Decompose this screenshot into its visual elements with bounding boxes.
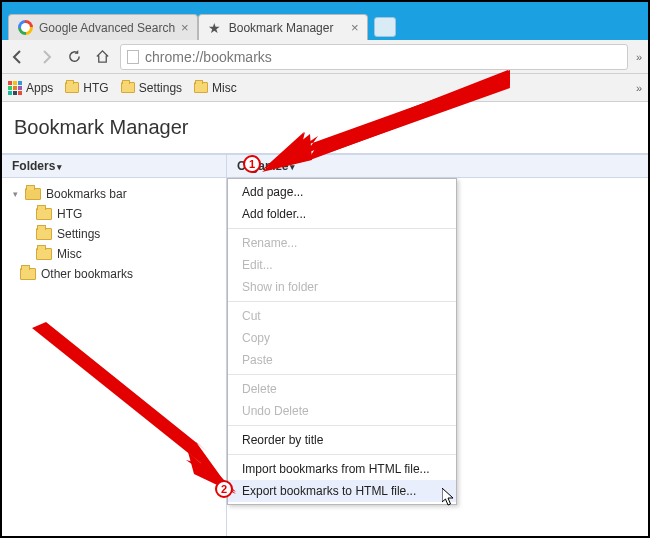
menu-separator: [228, 374, 456, 375]
google-favicon-icon: [17, 20, 33, 36]
apps-grid-icon: [8, 81, 22, 95]
tab-title: Bookmark Manager: [229, 21, 345, 35]
menu-item-reorder-by-title[interactable]: Reorder by title: [228, 429, 456, 451]
folder-icon: [36, 228, 52, 240]
star-icon: ★: [207, 20, 223, 36]
menu-item-delete: Delete: [228, 378, 456, 400]
home-icon: [95, 49, 110, 64]
folder-icon: [65, 82, 79, 93]
disclosure-triangle-icon[interactable]: ▾: [10, 189, 20, 199]
forward-button[interactable]: [36, 47, 56, 67]
folder-open-icon: [25, 188, 41, 200]
forward-arrow-icon: [38, 49, 54, 65]
overflow-chevron-icon[interactable]: »: [636, 51, 642, 63]
tree-item-bookmarks-bar[interactable]: ▾ Bookmarks bar: [6, 184, 222, 204]
menu-item-paste: Paste: [228, 349, 456, 371]
bookmark-folder-settings[interactable]: Settings: [121, 81, 182, 95]
menu-item-undo-delete: Undo Delete: [228, 400, 456, 422]
tree-label: Bookmarks bar: [46, 187, 127, 201]
annotation-marker-2: 2: [215, 480, 233, 498]
menu-item-edit: Edit...: [228, 254, 456, 276]
bookmark-folder-misc[interactable]: Misc: [194, 81, 237, 95]
folder-icon: [121, 82, 135, 93]
folder-icon: [36, 248, 52, 260]
menu-item-add-folder[interactable]: Add folder...: [228, 203, 456, 225]
reload-button[interactable]: [64, 47, 84, 67]
mouse-cursor-icon: [442, 488, 456, 508]
new-tab-button[interactable]: [374, 17, 396, 37]
page-icon: [127, 50, 139, 64]
tree-item-other-bookmarks[interactable]: Other bookmarks: [6, 264, 222, 284]
tree-label: Misc: [57, 247, 82, 261]
back-button[interactable]: [8, 47, 28, 67]
annotation-marker-1: 1: [243, 155, 261, 173]
bookmark-label: HTG: [83, 81, 108, 95]
tab-google-advanced-search[interactable]: Google Advanced Search ×: [8, 14, 198, 40]
tree-item-htg[interactable]: HTG: [6, 204, 222, 224]
tab-title: Google Advanced Search: [39, 21, 175, 35]
bookmark-label: Misc: [212, 81, 237, 95]
tree-label: HTG: [57, 207, 82, 221]
menu-separator: [228, 228, 456, 229]
back-arrow-icon: [10, 49, 26, 65]
menu-separator: [228, 301, 456, 302]
close-icon[interactable]: ×: [181, 20, 189, 35]
menu-item-import-bookmarks[interactable]: Import bookmarks from HTML file...: [228, 458, 456, 480]
folders-column-header[interactable]: Folders▾: [2, 155, 227, 177]
menu-separator: [228, 454, 456, 455]
folders-label: Folders: [12, 159, 55, 173]
reload-icon: [67, 49, 82, 64]
home-button[interactable]: [92, 47, 112, 67]
annotation-arrow-1-shape: [262, 66, 512, 176]
menu-item-cut: Cut: [228, 305, 456, 327]
tree-label: Other bookmarks: [41, 267, 133, 281]
menu-item-add-page[interactable]: Add page...: [228, 181, 456, 203]
organize-dropdown-menu: Add page... Add folder... Rename... Edit…: [227, 178, 457, 505]
bookmark-label: Settings: [139, 81, 182, 95]
menu-item-export-bookmarks[interactable]: Export bookmarks to HTML file...: [228, 480, 456, 502]
apps-shortcut[interactable]: Apps: [8, 81, 53, 95]
folder-icon: [36, 208, 52, 220]
close-icon[interactable]: ×: [351, 20, 359, 35]
tab-strip: Google Advanced Search × ★ Bookmark Mana…: [2, 12, 648, 40]
menu-item-show-in-folder: Show in folder: [228, 276, 456, 298]
menu-item-rename: Rename...: [228, 232, 456, 254]
bookmark-folder-htg[interactable]: HTG: [65, 81, 108, 95]
bookmarks-list-area: Add page... Add folder... Rename... Edit…: [227, 178, 648, 538]
svg-marker-2: [262, 70, 510, 170]
bookmarks-overflow-chevron-icon[interactable]: »: [636, 82, 642, 94]
tree-label: Settings: [57, 227, 100, 241]
apps-label: Apps: [26, 81, 53, 95]
window-titlebar: [2, 2, 648, 12]
menu-item-copy: Copy: [228, 327, 456, 349]
url-text: chrome://bookmarks: [145, 49, 272, 65]
tree-item-misc[interactable]: Misc: [6, 244, 222, 264]
caret-down-icon: ▾: [57, 162, 62, 172]
tab-bookmark-manager[interactable]: ★ Bookmark Manager ×: [198, 14, 368, 40]
folder-icon: [194, 82, 208, 93]
folder-icon: [20, 268, 36, 280]
annotation-arrow-2: [28, 322, 238, 502]
tree-item-settings[interactable]: Settings: [6, 224, 222, 244]
menu-separator: [228, 425, 456, 426]
